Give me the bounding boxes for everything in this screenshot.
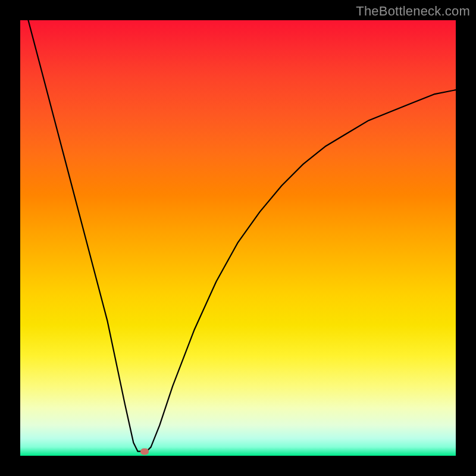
chart-frame: TheBottleneck.com <box>0 0 476 476</box>
plot-area <box>20 20 456 456</box>
bottleneck-curve-path <box>20 20 456 452</box>
curve-svg <box>20 20 456 456</box>
watermark-text: TheBottleneck.com <box>356 4 470 19</box>
optimal-point-marker <box>140 448 149 455</box>
